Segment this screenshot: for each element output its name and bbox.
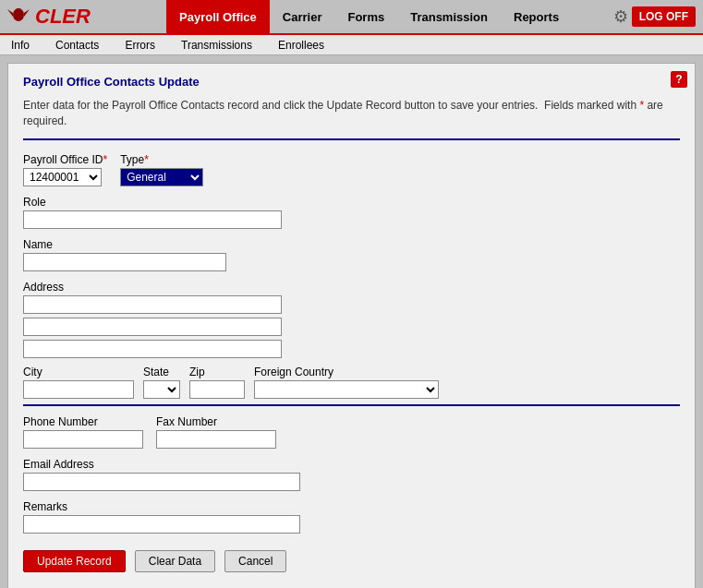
zip-label: Zip bbox=[189, 366, 245, 378]
clear-data-button[interactable]: Clear Data bbox=[135, 550, 215, 572]
role-input[interactable] bbox=[23, 210, 282, 229]
instructions-text: Enter data for the Payroll Office Contac… bbox=[23, 98, 680, 140]
svg-marker-2 bbox=[24, 9, 30, 17]
nav-tabs: Payroll Office Carrier Forms Transmissio… bbox=[166, 0, 606, 34]
name-input[interactable] bbox=[23, 253, 226, 271]
phone-fax-row: Phone Number Fax Number bbox=[23, 415, 680, 449]
section-divider bbox=[23, 404, 680, 406]
address-group: Address bbox=[23, 281, 680, 358]
logo-area: CLER bbox=[0, 2, 166, 31]
required-star: * bbox=[639, 99, 644, 112]
remarks-group: Remarks bbox=[23, 500, 680, 534]
state-select[interactable] bbox=[143, 380, 180, 399]
phone-label: Phone Number bbox=[23, 415, 143, 428]
page-title: Payroll Office Contacts Update bbox=[23, 75, 680, 89]
address-line1-input[interactable] bbox=[23, 295, 282, 314]
contact-section: Phone Number Fax Number Email Address Re… bbox=[23, 415, 680, 534]
main-content: ? Payroll Office Contacts Update Enter d… bbox=[7, 63, 696, 588]
buttons-row: Update Record Clear Data Cancel bbox=[23, 550, 680, 572]
name-label: Name bbox=[23, 238, 680, 251]
eagle-icon bbox=[6, 4, 31, 30]
address-line3-input[interactable] bbox=[23, 340, 282, 358]
payroll-type-row: Payroll Office ID* 12400001 Type* Genera… bbox=[23, 153, 680, 186]
tab-transmission[interactable]: Transmission bbox=[397, 0, 501, 34]
subnav-contacts[interactable]: Contacts bbox=[52, 37, 103, 54]
header: CLER Payroll Office Carrier Forms Transm… bbox=[0, 0, 703, 35]
subnav-info[interactable]: Info bbox=[7, 37, 33, 54]
tab-payroll-office[interactable]: Payroll Office bbox=[166, 0, 270, 34]
foreign-country-select[interactable] bbox=[254, 380, 439, 399]
tab-forms[interactable]: Forms bbox=[334, 0, 397, 34]
email-input[interactable] bbox=[23, 473, 300, 491]
state-group: State bbox=[143, 366, 180, 399]
type-label: Type* bbox=[120, 153, 203, 166]
address-line2-input[interactable] bbox=[23, 318, 282, 336]
cancel-button[interactable]: Cancel bbox=[224, 550, 286, 572]
subnav-enrollees[interactable]: Enrollees bbox=[274, 37, 328, 54]
city-group: City bbox=[23, 366, 134, 399]
payroll-id-group: Payroll Office ID* 12400001 bbox=[23, 153, 107, 186]
zip-group: Zip bbox=[189, 366, 245, 399]
email-label: Email Address bbox=[23, 458, 680, 471]
svg-point-3 bbox=[16, 8, 21, 14]
type-group: Type* General Administrative Technical bbox=[120, 153, 203, 186]
update-record-button[interactable]: Update Record bbox=[23, 550, 126, 572]
city-label: City bbox=[23, 366, 134, 378]
type-select[interactable]: General Administrative Technical bbox=[120, 168, 203, 186]
help-icon[interactable]: ? bbox=[671, 71, 687, 88]
sub-nav: Info Contacts Errors Transmissions Enrol… bbox=[0, 35, 703, 55]
phone-input[interactable] bbox=[23, 430, 143, 449]
svg-marker-1 bbox=[7, 9, 13, 17]
role-label: Role bbox=[23, 196, 680, 209]
location-row: City State Zip Foreign Country bbox=[23, 366, 680, 399]
subnav-errors[interactable]: Errors bbox=[121, 37, 159, 54]
role-group: Role bbox=[23, 196, 680, 229]
foreign-country-group: Foreign Country bbox=[254, 366, 439, 399]
zip-input[interactable] bbox=[189, 380, 245, 399]
name-group: Name bbox=[23, 238, 680, 271]
phone-group: Phone Number bbox=[23, 415, 143, 449]
fax-input[interactable] bbox=[156, 430, 276, 449]
header-right: ⚙ LOG OFF bbox=[606, 6, 703, 27]
logo-text: CLER bbox=[35, 5, 91, 29]
fax-group: Fax Number bbox=[156, 415, 276, 449]
email-group: Email Address bbox=[23, 458, 680, 491]
address-label: Address bbox=[23, 281, 680, 294]
remarks-label: Remarks bbox=[23, 500, 680, 513]
gear-icon[interactable]: ⚙ bbox=[613, 6, 628, 27]
tab-carrier[interactable]: Carrier bbox=[270, 0, 335, 34]
city-input[interactable] bbox=[23, 380, 134, 399]
state-label: State bbox=[143, 366, 180, 378]
fax-label: Fax Number bbox=[156, 415, 276, 428]
payroll-office-id-select[interactable]: 12400001 bbox=[23, 168, 102, 186]
payroll-id-label: Payroll Office ID* bbox=[23, 153, 107, 166]
foreign-country-label: Foreign Country bbox=[254, 366, 439, 378]
remarks-input[interactable] bbox=[23, 515, 300, 534]
subnav-transmissions[interactable]: Transmissions bbox=[177, 37, 256, 54]
logoff-button[interactable]: LOG OFF bbox=[632, 6, 696, 27]
tab-reports[interactable]: Reports bbox=[501, 0, 572, 34]
